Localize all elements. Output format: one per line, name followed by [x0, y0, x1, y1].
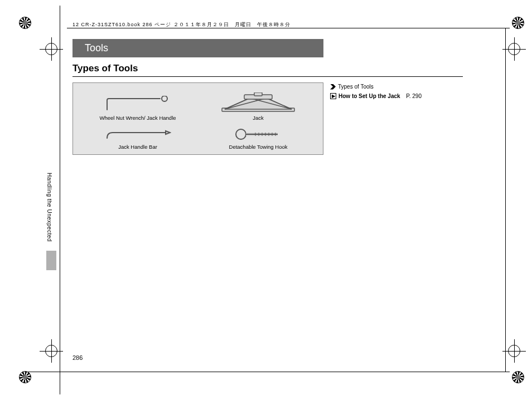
- svg-point-0: [162, 96, 167, 101]
- chapter-heading: Tools: [72, 39, 323, 57]
- section-rule: [72, 76, 463, 77]
- tool-wrench: Wheel Nut Wrench/ Jack Handle: [83, 89, 192, 121]
- tool-label: Detachable Towing Hook: [229, 144, 288, 150]
- registration-mark-icon: [512, 371, 524, 383]
- link-icon: ▶: [330, 93, 336, 99]
- tool-label: Jack: [253, 115, 264, 121]
- registration-mark-icon: [512, 17, 524, 29]
- tool-label: Wheel Nut Wrench/ Jack Handle: [99, 115, 176, 121]
- tool-illustration-panel: Wheel Nut Wrench/ Jack Handle Jack: [72, 82, 323, 155]
- sidebar-link-page: P. 290: [406, 92, 422, 100]
- info-sidebar: Types of Tools ▶ How to Set Up the Jack …: [330, 82, 453, 100]
- page-number: 286: [72, 354, 83, 361]
- section-tab-marker: [46, 251, 56, 270]
- jack-icon: [219, 92, 297, 113]
- sidebar-heading: Types of Tools: [330, 82, 453, 91]
- crop-v-right: [505, 28, 506, 372]
- svg-point-4: [236, 129, 246, 139]
- sidebar-heading-text: Types of Tools: [338, 82, 374, 91]
- registration-mark-icon: [19, 17, 31, 29]
- chevrons-icon: [330, 84, 336, 90]
- wrench-icon: [104, 96, 171, 113]
- sidebar-link[interactable]: ▶ How to Set Up the Jack P. 290: [330, 92, 453, 100]
- tool-hook: Detachable Towing Hook: [204, 123, 313, 150]
- sidebar-link-label: How to Set Up the Jack: [338, 92, 400, 100]
- section-heading: Types of Tools: [72, 63, 491, 74]
- svg-rect-3: [254, 92, 262, 96]
- section-tab: Handling the Unexpected: [46, 173, 52, 242]
- tool-jack: Jack: [204, 89, 313, 121]
- tool-label: Jack Handle Bar: [118, 144, 157, 150]
- crop-v-left: [60, 6, 60, 394]
- print-meta: 12 CR-Z-31SZT610.book 286 ページ ２０１１年８月２９日…: [72, 21, 291, 28]
- hook-icon: [233, 127, 283, 142]
- registration-mark-icon: [19, 371, 31, 383]
- crop-bottom-line: [22, 372, 510, 372]
- bar-icon: [104, 128, 171, 142]
- page-content: Tools Types of Tools Wheel Nut Wrench/ J…: [72, 39, 491, 351]
- tool-bar: Jack Handle Bar: [83, 123, 192, 150]
